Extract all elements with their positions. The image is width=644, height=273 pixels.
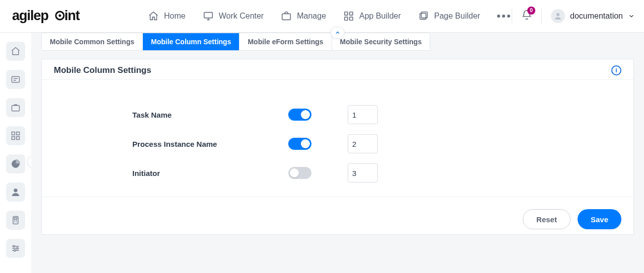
row-label: Process Instance Name (132, 140, 288, 148)
svg-text:agilep: agilep (12, 8, 49, 23)
tab-mobile-common-settings[interactable]: Mobile Common Settings (42, 33, 143, 50)
svg-rect-13 (12, 76, 20, 82)
rail-user[interactable] (6, 183, 25, 202)
shell: Mobile Common Settings Mobile Column Set… (0, 33, 644, 273)
svg-rect-17 (12, 137, 15, 140)
toggle-process-instance-name[interactable] (288, 138, 311, 150)
topbar: agilep int Home Work Center Manage (0, 0, 644, 33)
svg-rect-5 (282, 14, 291, 20)
row-label: Initiator (132, 169, 288, 177)
svg-point-24 (14, 250, 16, 251)
svg-rect-10 (421, 12, 427, 18)
tab-mobile-security-settings[interactable]: Mobile Security Settings (332, 33, 430, 50)
home-icon (148, 11, 159, 22)
nav-work-center[interactable]: Work Center (203, 11, 264, 22)
svg-rect-8 (345, 17, 348, 20)
save-button[interactable]: Save (578, 209, 621, 229)
tab-mobile-eform-settings[interactable]: Mobile eForm Settings (239, 33, 332, 50)
panel-title: Mobile Column Settings (54, 65, 151, 75)
info-icon[interactable]: i (611, 65, 621, 75)
top-right: 0 documentation (512, 9, 635, 24)
monitor-icon (203, 11, 214, 22)
svg-rect-14 (12, 106, 20, 111)
toggle-task-name[interactable] (288, 109, 311, 121)
rail-apps[interactable] (6, 126, 25, 145)
svg-text:int: int (64, 8, 80, 23)
setting-row: Initiator 3 (132, 158, 621, 188)
user-menu[interactable]: documentation (551, 9, 635, 23)
chevron-down-icon (628, 13, 635, 20)
panel-footer: Reset Save (42, 197, 633, 234)
separator (512, 9, 512, 24)
avatar (551, 9, 565, 23)
content: Mobile Common Settings Mobile Column Set… (31, 33, 644, 273)
rail-sliders[interactable] (6, 239, 25, 258)
nav-manage[interactable]: Manage (281, 11, 326, 22)
svg-rect-16 (17, 132, 20, 135)
svg-rect-6 (345, 12, 348, 15)
tabs: Mobile Common Settings Mobile Column Set… (41, 33, 430, 51)
collapse-top-button[interactable] (331, 27, 345, 39)
nav-label: Page Builder (434, 12, 480, 21)
svg-point-19 (14, 189, 18, 192)
notifications-button[interactable]: 0 (521, 10, 532, 23)
svg-point-2 (59, 15, 61, 17)
svg-rect-21 (15, 218, 17, 219)
nav-more[interactable] (497, 15, 510, 18)
rail-list[interactable] (6, 70, 25, 89)
username: documentation (570, 12, 623, 21)
apps-icon (343, 11, 354, 22)
form-area: Task Name 1 Process Instance Name 2 Init… (42, 80, 633, 197)
order-input-task-name[interactable]: 1 (348, 105, 378, 124)
siderail (0, 33, 31, 273)
order-input-process-instance-name[interactable]: 2 (348, 134, 378, 153)
svg-rect-18 (17, 137, 20, 140)
logo: agilep int (12, 8, 93, 25)
nav-page-builder[interactable]: Page Builder (418, 11, 480, 22)
top-nav: Home Work Center Manage App Builder Page… (148, 11, 510, 22)
nav-app-builder[interactable]: App Builder (343, 11, 401, 22)
setting-row: Task Name 1 (132, 100, 621, 129)
notification-count-badge: 0 (527, 7, 535, 15)
row-label: Task Name (132, 111, 288, 119)
svg-rect-15 (12, 132, 15, 135)
svg-point-22 (13, 245, 15, 247)
svg-point-12 (556, 13, 559, 16)
svg-rect-4 (204, 13, 212, 18)
setting-row: Process Instance Name 2 (132, 129, 621, 158)
svg-rect-9 (350, 17, 353, 20)
settings-panel: Mobile Column Settings i Task Name 1 Pro… (41, 59, 634, 235)
nav-label: Work Center (219, 12, 264, 21)
nav-label: Manage (297, 12, 326, 21)
rail-chart[interactable] (6, 154, 25, 173)
nav-label: App Builder (359, 12, 401, 21)
svg-rect-7 (350, 12, 353, 15)
briefcase-icon (281, 11, 292, 22)
layers-icon (418, 11, 429, 22)
rail-home[interactable] (6, 42, 25, 61)
rail-briefcase[interactable] (6, 98, 25, 117)
nav-label: Home (164, 12, 186, 21)
nav-home[interactable]: Home (148, 11, 186, 22)
toggle-initiator[interactable] (288, 167, 311, 179)
tab-mobile-column-settings[interactable]: Mobile Column Settings (143, 33, 239, 50)
reset-button[interactable]: Reset (523, 209, 571, 229)
svg-point-23 (17, 247, 18, 249)
svg-rect-11 (420, 14, 426, 20)
separator (541, 9, 542, 24)
rail-device[interactable] (6, 211, 25, 230)
order-input-initiator[interactable]: 3 (348, 163, 378, 183)
